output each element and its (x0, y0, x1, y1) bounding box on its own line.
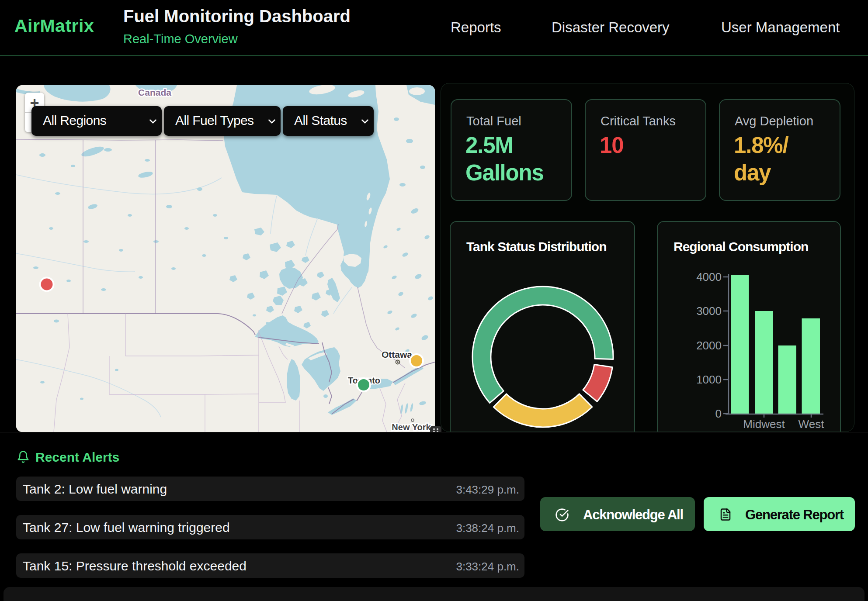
svg-text:Ottawa: Ottawa (382, 349, 412, 359)
svg-text:West: West (799, 418, 825, 431)
svg-text:0: 0 (715, 407, 722, 420)
svg-text:Canada: Canada (138, 87, 171, 97)
svg-text:3000: 3000 (696, 304, 722, 318)
svg-text:New York: New York (392, 422, 431, 432)
svg-text:2000: 2000 (696, 339, 722, 352)
svg-text:1000: 1000 (696, 373, 722, 386)
svg-text:Midwest: Midwest (743, 418, 785, 431)
svg-text:4000: 4000 (696, 270, 722, 283)
